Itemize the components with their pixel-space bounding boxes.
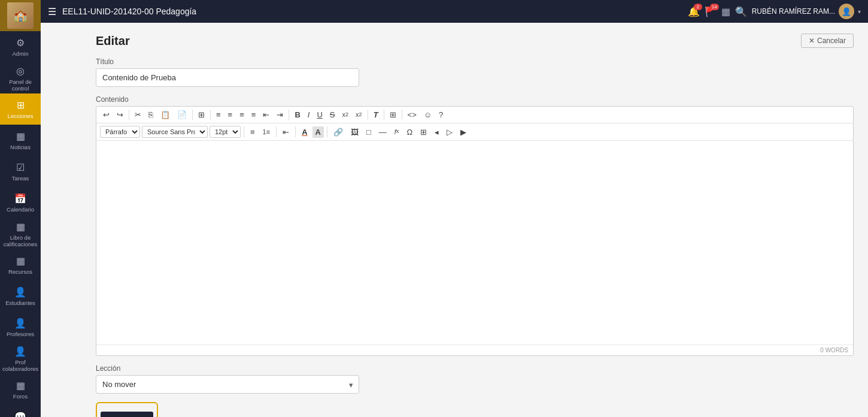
panel-icon: ◎ — [16, 65, 25, 77]
chat-icon: 💬 — [14, 411, 26, 417]
help-button[interactable]: ? — [436, 109, 446, 120]
toolbar-separator — [402, 110, 402, 120]
page-title: Editar — [96, 34, 130, 48]
font-color-button[interactable]: A — [299, 126, 310, 138]
table2-button[interactable]: ⊞ — [417, 126, 430, 138]
cut-button[interactable]: ✂ — [132, 109, 144, 120]
sidebar-item-prof-col[interactable]: 👤 Prof colaboradores — [0, 343, 41, 374]
main-content: Editar ✕ Cancelar Título Contenido ↩ ↪ ✂… — [81, 23, 868, 417]
recursos-icon: ▦ — [16, 255, 25, 267]
sidebar-avatar: 🏫 — [0, 0, 41, 31]
sidebar-item-lecciones[interactable]: ⊞ Lecciones — [0, 93, 41, 125]
align-justify-button[interactable]: ≡ — [248, 109, 259, 120]
calendar-grid-icon[interactable]: ▦ — [721, 6, 730, 17]
superscript-button[interactable]: x2 — [353, 110, 365, 120]
notifications-bell-icon[interactable]: 🔔 2 — [688, 6, 700, 17]
align-center-button[interactable]: ≡ — [225, 109, 236, 120]
indent2-button[interactable]: ⇤ — [280, 126, 292, 138]
paste-text-button[interactable]: 📄 — [174, 109, 190, 120]
ordered-list-button[interactable]: 1≡ — [260, 127, 274, 137]
user-name: RUBÉN RAMÍREZ RAM... — [752, 7, 835, 16]
link-button[interactable]: 🔗 — [330, 126, 346, 138]
outdent-button[interactable]: ⇤ — [260, 109, 272, 120]
toolbar-separator — [276, 126, 277, 137]
sidebar-item-label: Calendario — [7, 206, 34, 213]
sidebar-item-calendario[interactable]: 📅 Calendario — [0, 187, 41, 218]
calendario-icon: 📅 — [14, 193, 26, 204]
subscript-button[interactable]: x2 — [339, 110, 351, 120]
image-button[interactable]: 🖼 — [348, 126, 362, 138]
editor-body[interactable] — [96, 141, 853, 345]
cancel-button[interactable]: ✕ Cancelar — [801, 34, 854, 48]
media2-button[interactable]: ▷ — [444, 126, 456, 138]
toolbar-separator — [327, 126, 327, 137]
strikethrough-button[interactable]: S — [327, 109, 338, 120]
sidebar-item-label: Lecciones — [8, 113, 34, 119]
align-left-button[interactable]: ≡ — [213, 109, 224, 120]
emoji-button[interactable]: ☺ — [421, 109, 435, 120]
sidebar-item-foros[interactable]: ▦ Foros — [0, 374, 41, 405]
sidebar-item-label: Noticias — [10, 144, 31, 150]
media1-button[interactable]: ◂ — [432, 126, 442, 138]
toolbar-separator — [295, 126, 296, 137]
indent-button[interactable]: ⇥ — [274, 109, 286, 120]
sidebar-item-label: Admin — [13, 50, 29, 57]
notifications-flag-icon[interactable]: 🚩 14 — [705, 6, 717, 17]
notifications-badge: 2 — [694, 4, 702, 10]
tareas-icon: ☑ — [16, 162, 25, 173]
italic-button[interactable]: I — [305, 109, 313, 120]
sidebar-item-tareas[interactable]: ☑ Tareas — [0, 156, 41, 187]
toolbar-separator — [210, 110, 211, 120]
user-menu[interactable]: RUBÉN RAMÍREZ RAM... 👤 ▾ — [752, 4, 861, 19]
copy-button[interactable]: ⎘ — [145, 109, 156, 120]
sidebar-item-panel[interactable]: ◎ Panel de control — [0, 62, 41, 93]
table-button[interactable]: ⊞ — [387, 109, 399, 120]
sidebar-item-recursos[interactable]: ▦ Recursos — [0, 249, 41, 280]
hr-button[interactable]: — — [376, 126, 390, 138]
page-header: Editar ✕ Cancelar — [96, 34, 854, 48]
sidebar-item-label: Profesores — [7, 331, 34, 337]
sidebar-item-estudiantes[interactable]: 👤 Estudiantes — [0, 280, 41, 312]
align-right-button[interactable]: ≡ — [236, 109, 247, 120]
find-button[interactable]: ⊞ — [195, 109, 208, 120]
removeformat-button[interactable]: T — [371, 109, 381, 120]
sidebar-item-calificaciones[interactable]: ▦ Libro de calificaciones — [0, 218, 41, 249]
sidebar-item-admin[interactable]: ⚙ Admin — [0, 31, 41, 62]
leccion-label: Lección — [96, 364, 854, 373]
code-button[interactable]: <> — [405, 109, 420, 120]
leccion-select[interactable]: No mover Lección 1 Lección 2 Lección 3 — [96, 375, 359, 394]
formula-button[interactable]: fx — [391, 127, 402, 137]
avatar-image: 🏫 — [7, 2, 34, 29]
special-chars-button[interactable]: Ω — [403, 126, 415, 138]
titulo-field-group: Título — [96, 58, 854, 87]
prof-col-icon: 👤 — [14, 346, 26, 357]
hamburger-icon[interactable]: ☰ — [48, 6, 56, 17]
sidebar-item-noticias[interactable]: ▦ Noticias — [0, 125, 41, 156]
search-icon[interactable]: 🔍 — [735, 6, 747, 17]
titulo-input[interactable] — [96, 68, 359, 87]
sidebar-item-label: Foros — [13, 393, 28, 400]
sidebar-item-label: Prof colaboradores — [2, 359, 38, 373]
rich-text-editor: ↩ ↪ ✂ ⎘ 📋 📄 ⊞ ≡ ≡ ≡ ≡ ⇤ ⇥ B I U S — [96, 106, 854, 356]
media3-button[interactable]: ▶ — [457, 126, 469, 138]
bg-color-button[interactable]: A — [312, 126, 324, 138]
redo-button[interactable]: ↪ — [114, 109, 126, 120]
profesores-icon: 👤 — [14, 318, 26, 329]
user-avatar: 👤 — [839, 4, 854, 19]
bold-button[interactable]: B — [292, 109, 303, 120]
paste-button[interactable]: 📋 — [157, 109, 173, 120]
unordered-list-button[interactable]: ≡ — [247, 126, 258, 138]
sidebar-item-profesores[interactable]: 👤 Profesores — [0, 312, 41, 343]
undo-button[interactable]: ↩ — [100, 109, 113, 120]
sidebar-item-chat[interactable]: 💬 Chat — [0, 405, 41, 417]
paragraph-select[interactable]: Párrafo — [100, 126, 140, 138]
toolbar-separator — [129, 110, 129, 120]
save-button[interactable]: Guardar — [101, 412, 153, 417]
font-select[interactable]: Source Sans Pro — [142, 126, 208, 138]
sidebar-item-label: Libro de calificaciones — [2, 234, 38, 248]
box-button[interactable]: □ — [363, 126, 374, 138]
foros-icon: ▦ — [16, 380, 25, 391]
underline-button[interactable]: U — [314, 109, 325, 120]
toolbar-row2: Párrafo Source Sans Pro 12pt ≡ 1≡ ⇤ A A … — [96, 123, 853, 141]
size-select[interactable]: 12pt — [210, 126, 241, 138]
